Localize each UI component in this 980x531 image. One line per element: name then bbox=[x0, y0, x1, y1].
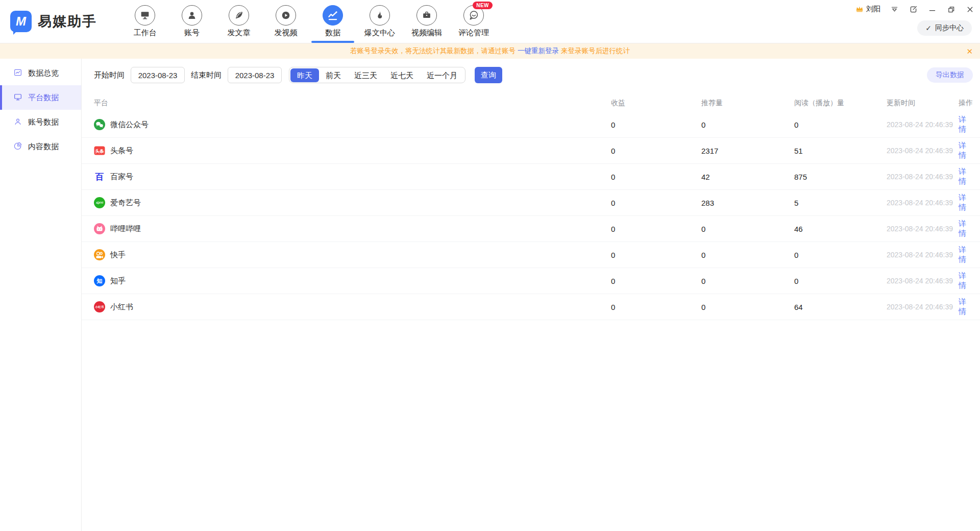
nav-item-data[interactable]: 数据 bbox=[309, 0, 356, 43]
query-button[interactable]: 查询 bbox=[475, 67, 502, 83]
filter-bar: 开始时间 结束时间 昨天 前天 近三天 近七天 近一个月 查询 导出数据 bbox=[82, 67, 980, 83]
sidebar-item-content-data[interactable]: 内容数据 bbox=[0, 134, 81, 159]
publish-video-icon bbox=[276, 5, 296, 26]
platform-cell: 知 知乎 bbox=[94, 275, 611, 286]
recommend-value: 0 bbox=[701, 225, 794, 233]
nav-item-publish-article[interactable]: 发文章 bbox=[215, 0, 262, 43]
sidebar-item-account-data[interactable]: 账号数据 bbox=[0, 110, 81, 134]
minimize-icon[interactable] bbox=[927, 4, 937, 14]
revenue-value: 0 bbox=[611, 251, 701, 259]
col-action: 操作 bbox=[959, 99, 973, 108]
detail-link[interactable]: 详情 bbox=[959, 115, 973, 134]
close-icon[interactable] bbox=[965, 4, 975, 14]
sidebar-item-label: 账号数据 bbox=[28, 117, 59, 127]
feedback-icon[interactable] bbox=[908, 4, 918, 14]
range-last-month-button[interactable]: 近一个月 bbox=[420, 68, 464, 82]
nav-item-comment-manage[interactable]: NEW 评论管理 bbox=[450, 0, 497, 43]
table-row: 微信公众号 0 0 0 2023-08-24 20:46:39 详情 bbox=[82, 112, 980, 138]
platform-name: 爱奇艺号 bbox=[110, 198, 141, 208]
revenue-value: 0 bbox=[611, 199, 701, 207]
svg-text:百: 百 bbox=[95, 172, 104, 182]
reads-value: 5 bbox=[794, 199, 887, 207]
range-last-7-days-button[interactable]: 近七天 bbox=[384, 68, 420, 82]
comment-manage-icon: NEW bbox=[463, 5, 484, 26]
table-row: 知 知乎 0 0 0 2023-08-24 20:46:39 详情 bbox=[82, 268, 980, 294]
table-row: 百 百家号 0 42 875 2023-08-24 20:46:39 详情 bbox=[82, 164, 980, 190]
sidebar-item-label: 内容数据 bbox=[28, 142, 59, 152]
table-row: 哔哩哔哩 0 0 46 2023-08-24 20:46:39 详情 bbox=[82, 216, 980, 242]
col-reads: 阅读（播放）量 bbox=[794, 99, 887, 108]
updated-time: 2023-08-24 20:46:39 bbox=[887, 147, 959, 155]
revenue-value: 0 bbox=[611, 173, 701, 181]
revenue-value: 0 bbox=[611, 277, 701, 285]
sidebar-item-label: 平台数据 bbox=[28, 93, 59, 103]
content-data-icon bbox=[13, 141, 22, 152]
revenue-value: 0 bbox=[611, 147, 701, 155]
svg-text:头条: 头条 bbox=[95, 149, 105, 154]
platform-name: 哔哩哔哩 bbox=[110, 224, 141, 234]
sidebar-item-data-overview[interactable]: 数据总览 bbox=[0, 61, 81, 85]
detail-link[interactable]: 详情 bbox=[959, 219, 973, 238]
nav-item-publish-video[interactable]: 发视频 bbox=[262, 0, 309, 43]
reads-value: 875 bbox=[794, 173, 887, 181]
platform-cell: 快手 bbox=[94, 249, 611, 260]
platform-cell: 小红书 小红书 bbox=[94, 301, 611, 312]
detail-link[interactable]: 详情 bbox=[959, 167, 973, 186]
username: 刘阳 bbox=[866, 5, 880, 14]
nav-label: 账号 bbox=[184, 28, 200, 38]
detail-link[interactable]: 详情 bbox=[959, 297, 973, 317]
sync-center-label: 同步中心 bbox=[935, 23, 964, 33]
end-date-input[interactable] bbox=[228, 67, 282, 83]
publish-article-icon bbox=[229, 5, 249, 26]
notice-close-icon[interactable]: ✕ bbox=[966, 47, 973, 55]
reads-value: 0 bbox=[794, 120, 887, 129]
table-row: 快手 0 0 0 2023-08-24 20:46:39 详情 bbox=[82, 242, 980, 268]
sidebar-item-platform-data[interactable]: 平台数据 bbox=[0, 85, 81, 110]
nav-item-hot-articles[interactable]: 爆文中心 bbox=[356, 0, 403, 43]
start-date-input[interactable] bbox=[131, 67, 185, 83]
platform-cell: 百 百家号 bbox=[94, 171, 611, 182]
detail-link[interactable]: 详情 bbox=[959, 271, 973, 291]
detail-link[interactable]: 详情 bbox=[959, 193, 973, 212]
bilibili-icon bbox=[94, 223, 105, 234]
recommend-value: 42 bbox=[701, 173, 794, 181]
maximize-icon[interactable] bbox=[946, 4, 956, 14]
export-data-button[interactable]: 导出数据 bbox=[927, 67, 973, 83]
revenue-value: 0 bbox=[611, 303, 701, 311]
detail-link[interactable]: 详情 bbox=[959, 141, 973, 160]
nav-item-video-edit[interactable]: 视频编辑 bbox=[403, 0, 450, 43]
workbench-icon bbox=[135, 5, 155, 26]
app-title: 易媒助手 bbox=[38, 12, 97, 31]
nav-label: 发文章 bbox=[228, 28, 251, 38]
account-data-icon bbox=[13, 117, 22, 128]
nav-item-workbench[interactable]: 工作台 bbox=[121, 0, 168, 43]
logo-icon: M bbox=[10, 11, 32, 32]
platform-cell: 哔哩哔哩 bbox=[94, 223, 611, 234]
updated-time: 2023-08-24 20:46:39 bbox=[887, 277, 959, 285]
detail-link[interactable]: 详情 bbox=[959, 245, 973, 264]
table-row: iQIYI 爱奇艺号 0 283 5 2023-08-24 20:46:39 详… bbox=[82, 190, 980, 216]
nav-label: 发视频 bbox=[275, 28, 298, 38]
nav-label: 数据 bbox=[325, 28, 340, 38]
notice-text-after: 来登录账号后进行统计 bbox=[561, 46, 630, 56]
xiaohongshu-icon: 小红书 bbox=[94, 301, 105, 312]
filter-icon[interactable] bbox=[889, 4, 899, 14]
col-platform: 平台 bbox=[94, 99, 611, 108]
app-header: M 易媒助手 工作台 账号 发文章 发视频 bbox=[0, 0, 980, 43]
col-revenue: 收益 bbox=[611, 99, 701, 108]
sync-center-button[interactable]: ✓ 同步中心 bbox=[917, 20, 972, 36]
relogin-link[interactable]: 一键重新登录 bbox=[518, 46, 559, 56]
user-info[interactable]: 刘阳 bbox=[855, 5, 880, 14]
recommend-value: 2317 bbox=[701, 147, 794, 155]
nav-item-account[interactable]: 账号 bbox=[168, 0, 215, 43]
range-day-before-button[interactable]: 前天 bbox=[319, 68, 348, 82]
baijiahao-icon: 百 bbox=[94, 171, 105, 182]
svg-text:知: 知 bbox=[96, 278, 103, 284]
range-last-3-days-button[interactable]: 近三天 bbox=[348, 68, 384, 82]
reads-value: 0 bbox=[794, 251, 887, 259]
reads-value: 51 bbox=[794, 147, 887, 155]
check-icon: ✓ bbox=[925, 24, 932, 32]
recommend-value: 0 bbox=[701, 251, 794, 259]
reads-value: 0 bbox=[794, 277, 887, 285]
range-yesterday-button[interactable]: 昨天 bbox=[290, 68, 319, 82]
